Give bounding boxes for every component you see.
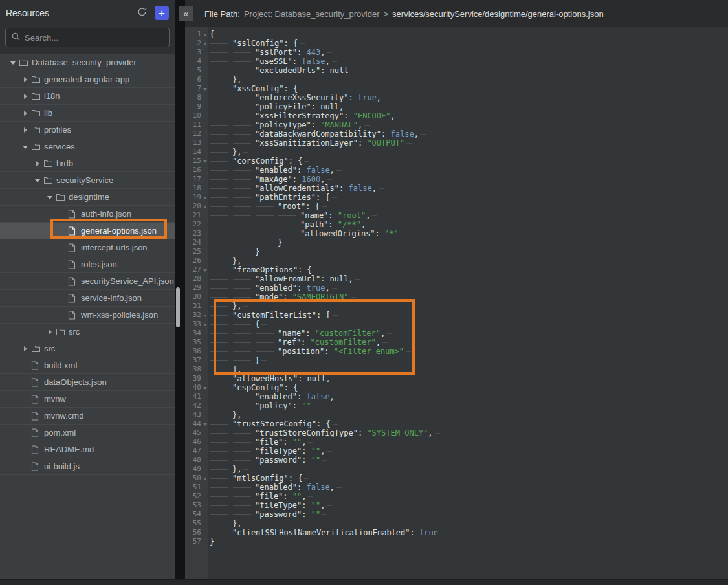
fold-toggle[interactable] — [201, 311, 208, 320]
code-line-15[interactable]: 15"corsConfig": { — [185, 157, 728, 166]
code-line-24[interactable]: 24} — [185, 238, 728, 247]
tree-file-intercept-urls.json[interactable]: intercept-urls.json — [0, 239, 175, 256]
code-line-53[interactable]: 53"fileType": "", — [185, 501, 728, 510]
tree-file-securityService_API.json[interactable]: securityService_API.json — [0, 273, 175, 290]
code-line-57[interactable]: 57} — [185, 537, 728, 546]
tree-folder-Database_security_provider[interactable]: Database_security_provider — [0, 54, 175, 71]
code-line-22[interactable]: 22"path": "/**", — [185, 220, 728, 229]
fold-caret-icon[interactable] — [203, 478, 207, 482]
code-line-20[interactable]: 20"root": { — [185, 202, 728, 211]
code-line-35[interactable]: 35"ref": "customFilter", — [185, 338, 728, 347]
code-line-50[interactable]: 50"mtlsConfig": { — [185, 474, 728, 483]
code-line-55[interactable]: 55}, — [185, 519, 728, 528]
code-line-3[interactable]: 3"sslPort": 443, — [185, 48, 728, 57]
tree-folder-securityService[interactable]: securityService — [0, 172, 175, 189]
refresh-button[interactable] — [135, 6, 149, 20]
code-line-37[interactable]: 37} — [185, 356, 728, 365]
tree-file-pom.xml[interactable]: pom.xml — [0, 425, 175, 441]
code-line-45[interactable]: 45"trustStoreConfigType": "SYSTEM_ONLY", — [185, 428, 728, 437]
fold-toggle[interactable] — [201, 193, 208, 202]
code-line-27[interactable]: 27"frameOptions": { — [185, 265, 728, 274]
code-line-1[interactable]: 1{ — [185, 30, 728, 39]
code-line-14[interactable]: 14}, — [185, 148, 728, 157]
caret-right-icon[interactable] — [19, 111, 31, 116]
tree-folder-i18n[interactable]: i18n — [0, 88, 175, 105]
fold-toggle[interactable] — [201, 39, 208, 48]
tree-folder-lib[interactable]: lib — [0, 105, 175, 122]
code-line-12[interactable]: 12"dataBackwardCompatibility": false, — [185, 129, 728, 138]
caret-down-icon[interactable] — [31, 176, 43, 185]
code-line-6[interactable]: 6}, — [185, 75, 728, 84]
code-line-54[interactable]: 54"password": "" — [185, 510, 728, 519]
tree-file-general-options.json[interactable]: general-options.json — [0, 223, 175, 239]
code-line-41[interactable]: 41"enabled": false, — [185, 392, 728, 401]
add-button[interactable]: + — [155, 6, 169, 20]
caret-right-icon[interactable] — [19, 346, 31, 351]
fold-toggle[interactable] — [201, 202, 208, 211]
fold-caret-icon[interactable] — [203, 269, 207, 274]
fold-caret-icon[interactable] — [203, 423, 207, 428]
code-line-51[interactable]: 51"enabled": false, — [185, 483, 728, 492]
code-line-10[interactable]: 10"xssFilterStrategy": "ENCODE", — [185, 111, 728, 120]
caret-right-icon[interactable] — [43, 329, 56, 335]
fold-caret-icon[interactable] — [203, 315, 207, 319]
fold-toggle[interactable] — [201, 320, 208, 329]
fold-caret-icon[interactable] — [203, 387, 207, 392]
code-line-34[interactable]: 34"name": "customFilter", — [185, 329, 728, 338]
code-line-28[interactable]: 28"allowFromUrl": null, — [185, 274, 728, 283]
code-line-29[interactable]: 29"enabled": true, — [185, 283, 728, 292]
code-line-30[interactable]: 30"mode": "SAMEORIGIN" — [185, 292, 728, 302]
tree-file-auth-info.json[interactable]: auth-info.json — [0, 206, 175, 223]
code-line-52[interactable]: 52"file": "", — [185, 492, 728, 501]
code-line-44[interactable]: 44"trustStoreConfig": { — [185, 419, 728, 428]
code-line-7[interactable]: 7"xssConfig": { — [185, 84, 728, 93]
tree-folder-profiles[interactable]: profiles — [0, 122, 175, 138]
fold-toggle[interactable] — [201, 157, 208, 166]
code-line-46[interactable]: 46"file": "", — [185, 437, 728, 447]
code-line-23[interactable]: 23"allowedOrigins": "*" — [185, 229, 728, 238]
caret-right-icon[interactable] — [19, 94, 31, 99]
search-box[interactable] — [5, 28, 170, 47]
caret-down-icon[interactable] — [19, 142, 31, 151]
caret-down-icon[interactable] — [43, 193, 56, 202]
code-line-31[interactable]: 31}, — [185, 302, 728, 311]
code-editor[interactable]: 1{2"sslConfig": {3"sslPort": 443,4"useSS… — [185, 27, 728, 580]
code-line-11[interactable]: 11"policyType": "MANUAL", — [185, 120, 728, 129]
tree-folder-src[interactable]: src — [0, 340, 175, 357]
code-line-4[interactable]: 4"useSSL": false, — [185, 57, 728, 66]
code-line-40[interactable]: 40"cspConfig": { — [185, 383, 728, 392]
code-line-25[interactable]: 25} — [185, 247, 728, 256]
code-line-18[interactable]: 18"allowCredentials": false, — [185, 184, 728, 193]
code-line-17[interactable]: 17"maxAge": 1600, — [185, 175, 728, 184]
code-line-5[interactable]: 5"excludedUrls": null — [185, 66, 728, 75]
tree-file-mvnw.cmd[interactable]: mvnw.cmd — [0, 408, 175, 425]
tree-file-wm-xss-policies.json[interactable]: wm-xss-policies.json — [0, 307, 175, 324]
fold-caret-icon[interactable] — [203, 160, 207, 165]
fold-toggle[interactable] — [201, 383, 208, 392]
code-line-43[interactable]: 43}, — [185, 410, 728, 419]
collapse-panel-button[interactable]: « — [179, 6, 193, 21]
fold-toggle[interactable] — [201, 84, 208, 93]
tree-folder-src[interactable]: src — [0, 324, 175, 340]
caret-right-icon[interactable] — [19, 77, 31, 82]
fold-toggle[interactable] — [201, 265, 208, 274]
code-line-38[interactable]: 38], — [185, 365, 728, 374]
code-line-48[interactable]: 48"password": "" — [185, 456, 728, 465]
fold-caret-icon[interactable] — [203, 324, 207, 328]
tree-folder-generated-angular-app[interactable]: generated-angular-app — [0, 71, 175, 88]
search-input[interactable] — [25, 33, 163, 43]
code-line-39[interactable]: 39"allowedHosts": null, — [185, 374, 728, 383]
code-line-8[interactable]: 8"enforceXssSecurity": true, — [185, 93, 728, 102]
tree-file-README.md[interactable]: README.md — [0, 441, 175, 458]
code-line-13[interactable]: 13"xssSanitizationLayer": "OUTPUT" — [185, 138, 728, 148]
code-line-32[interactable]: 32"customFilterList": [ — [185, 311, 728, 320]
tree-folder-services[interactable]: services — [0, 138, 175, 155]
code-line-33[interactable]: 33{ — [185, 320, 728, 329]
tree-file-dataObjects.json[interactable]: dataObjects.json — [0, 374, 175, 391]
tree-folder-hrdb[interactable]: hrdb — [0, 155, 175, 172]
fold-caret-icon[interactable] — [203, 34, 207, 38]
fold-caret-icon[interactable] — [203, 88, 207, 93]
code-line-26[interactable]: 26}, — [185, 256, 728, 265]
code-line-49[interactable]: 49}, — [185, 465, 728, 474]
tree-file-mvnw[interactable]: mvnw — [0, 391, 175, 408]
